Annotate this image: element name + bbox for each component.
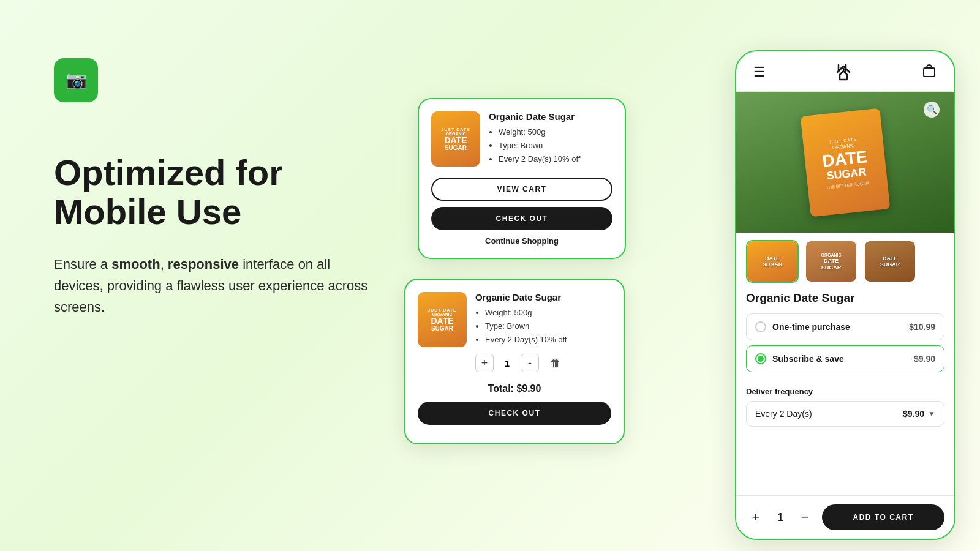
product-image-2: JUST DATE ORGANIC DATE SUGAR [418, 292, 467, 347]
qty-control: + 1 − [746, 508, 815, 527]
headline: Optimized for Mobile Use [54, 153, 372, 231]
cart-item-title-2: Organic Date Sugar [475, 292, 611, 302]
subscribe-label: Subscribe & save [772, 354, 844, 364]
cart-item-title-1: Organic Date Sugar [489, 111, 612, 122]
view-cart-button-1[interactable]: VIEW CART [431, 178, 612, 201]
bullet-type-1: Type: Brown [499, 139, 612, 152]
checkout-button-1[interactable]: CHECK OUT [431, 207, 612, 230]
subscribe-left: Subscribe & save [755, 353, 844, 364]
bullet-type-2: Type: Brown [485, 320, 611, 333]
bullet-weight-1: Weight: 500g [499, 126, 612, 139]
svg-rect-0 [924, 68, 935, 77]
phone-header: ☰ [736, 51, 954, 91]
hamburger-menu-icon[interactable]: ☰ [753, 64, 766, 80]
qty-value-footer: 1 [774, 511, 786, 524]
phone-product-title: Organic Date Sugar [746, 291, 944, 305]
bullet-subscription-2: Every 2 Day(s) 10% off [485, 333, 611, 347]
thumbnail-3[interactable]: DATESUGAR [864, 240, 916, 283]
subscribe-price: $9.90 [914, 354, 935, 364]
deliver-price-container: $9.90 ▼ [903, 409, 935, 419]
one-time-price: $10.99 [909, 322, 935, 332]
qty-increase-2[interactable]: - [521, 354, 539, 372]
qty-decrease-footer[interactable]: + [746, 508, 766, 527]
thumbnail-1[interactable]: DATESUGAR [746, 240, 799, 283]
deliver-section: Deliver frequency Every 2 Day(s) $9.90 ▼ [736, 382, 954, 430]
one-time-purchase-option[interactable]: One-time purchase $10.99 [746, 313, 944, 340]
product-box-large: JUST DATE ORGANIC DATE SUGAR THE BETTER … [801, 108, 891, 217]
subscribe-save-option[interactable]: Subscribe & save $9.90 [746, 345, 944, 372]
subtext: Ensure a smooth, responsive interface on… [54, 253, 372, 318]
logo-container: 📷 [54, 58, 98, 102]
cart-item-row-2: JUST DATE ORGANIC DATE SUGAR Organic Dat… [418, 292, 611, 372]
cart-item-row-1: JUST DATE ORGANIC DATE SUGAR Organic Dat… [431, 111, 612, 167]
cart-item-bullets-2: Weight: 500g Type: Brown Every 2 Day(s) … [475, 306, 611, 347]
trash-icon-2[interactable]: 🗑 [550, 357, 561, 370]
add-to-cart-button[interactable]: ADD TO CART [822, 504, 944, 530]
qty-row-2: + 1 - 🗑 [475, 354, 611, 372]
qty-increase-footer[interactable]: − [795, 508, 815, 527]
logo-camera-icon: 📷 [66, 72, 87, 89]
bullet-subscription-1: Every 2 Day(s) 10% off [499, 152, 612, 166]
phone-mockup: ☰ JUST DATE ORGANIC [735, 50, 956, 540]
chevron-down-icon: ▼ [928, 410, 935, 418]
subscribe-radio [755, 353, 766, 364]
product-image-1: JUST DATE ORGANIC DATE SUGAR [431, 111, 480, 167]
brand-logo-icon [834, 62, 853, 82]
continue-shopping-1[interactable]: Continue Shopping [431, 236, 612, 246]
phone-footer: + 1 − ADD TO CART [736, 495, 954, 539]
deliver-dropdown[interactable]: Every 2 Day(s) $9.90 ▼ [746, 401, 944, 427]
deliver-price: $9.90 [903, 409, 924, 419]
cart-popup-1: JUST DATE ORGANIC DATE SUGAR Organic Dat… [418, 98, 626, 259]
one-time-purchase-left: One-time purchase [755, 321, 850, 332]
bag-svg-icon [921, 62, 937, 78]
checkout-button-2[interactable]: CHECK OUT [418, 402, 611, 425]
radio-dot [758, 356, 764, 362]
product-section: Organic Date Sugar One-time purchase $10… [736, 290, 954, 382]
bullet-weight-2: Weight: 500g [485, 306, 611, 320]
phone-logo [834, 62, 853, 82]
cart-popup-2: JUST DATE ORGANIC DATE SUGAR Organic Dat… [404, 279, 625, 444]
cart-total-2: Total: $9.90 [418, 383, 611, 394]
shopping-bag-icon[interactable] [921, 62, 937, 82]
deliver-option-label: Every 2 Day(s) [755, 409, 812, 419]
qty-value-2: 1 [500, 358, 514, 369]
cart-item-bullets-1: Weight: 500g Type: Brown Every 2 Day(s) … [489, 126, 612, 166]
cart-item-details-2: Organic Date Sugar Weight: 500g Type: Br… [475, 292, 611, 372]
thumbnail-2[interactable]: ORGANIC DATE SUGAR [805, 240, 858, 283]
thumbnail-row: DATESUGAR ORGANIC DATE SUGAR DATESUGAR [736, 233, 954, 290]
left-content: Optimized for Mobile Use Ensure a smooth… [54, 153, 372, 318]
zoom-icon[interactable]: 🔍 [924, 102, 940, 118]
logo-box: 📷 [54, 58, 98, 102]
cart-item-details-1: Organic Date Sugar Weight: 500g Type: Br… [489, 111, 612, 166]
qty-decrease-2[interactable]: + [475, 354, 494, 372]
deliver-frequency-label: Deliver frequency [746, 387, 944, 396]
one-time-radio [755, 321, 766, 332]
product-main-image: JUST DATE ORGANIC DATE SUGAR THE BETTER … [736, 92, 954, 233]
one-time-label: One-time purchase [772, 322, 850, 332]
